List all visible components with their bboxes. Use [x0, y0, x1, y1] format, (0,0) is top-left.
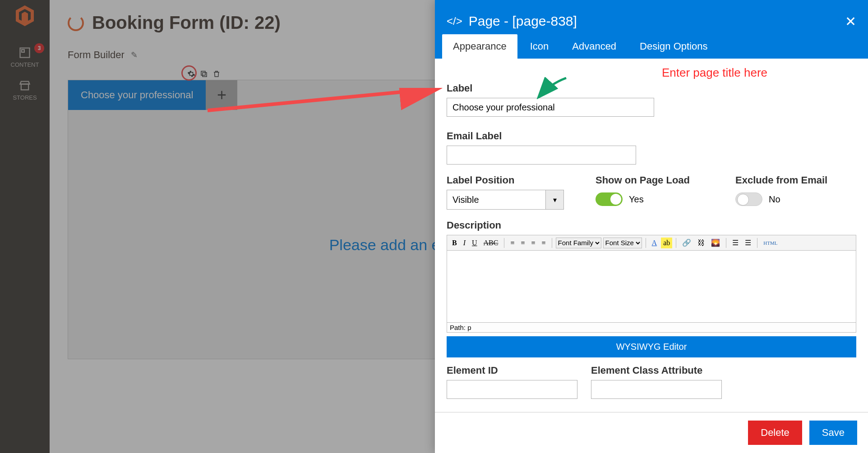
close-icon[interactable]: ✕ [845, 14, 856, 29]
label-description: Description [447, 220, 856, 231]
settings-panel: </> Page - [page-838] ✕ Appearance Icon … [435, 0, 868, 453]
tab-design-options[interactable]: Design Options [629, 34, 718, 59]
label-label: Label [447, 82, 654, 94]
tab-appearance[interactable]: Appearance [442, 34, 517, 59]
label-show-on-load: Show on Page Load [596, 174, 722, 186]
bold-icon[interactable]: B [450, 238, 459, 248]
description-editor[interactable] [447, 251, 856, 323]
label-position-value: Visible [447, 190, 546, 210]
exclude-email-value: No [769, 194, 780, 205]
unlink-icon[interactable]: ⛓ [695, 238, 707, 248]
show-on-load-value: Yes [629, 194, 644, 205]
align-center-icon[interactable]: ≡ [519, 238, 527, 248]
panel-footer: Delete Save [435, 412, 868, 453]
font-size-select[interactable]: Font Size [603, 238, 642, 248]
element-id-input[interactable] [447, 380, 577, 399]
text-color-icon[interactable]: A [650, 238, 660, 248]
panel-header: </> Page - [page-838] ✕ [435, 0, 868, 34]
panel-title: Page - [page-838] [469, 14, 577, 29]
font-family-select[interactable]: Font Family [556, 238, 601, 248]
label-input[interactable] [447, 98, 654, 117]
align-right-icon[interactable]: ≡ [529, 238, 538, 248]
show-on-load-toggle[interactable] [596, 192, 623, 206]
code-icon: </> [447, 15, 462, 27]
chevron-down-icon: ▾ [546, 190, 564, 210]
email-label-input[interactable] [447, 146, 636, 165]
label-element-class: Element Class Attribute [591, 365, 722, 376]
bullet-list-icon[interactable]: ☰ [730, 237, 741, 248]
element-class-input[interactable] [591, 380, 722, 399]
underline-icon[interactable]: U [470, 238, 480, 248]
editor-path: Path: p [447, 323, 856, 333]
align-left-icon[interactable]: ≡ [508, 238, 517, 248]
image-icon[interactable]: 🌄 [709, 237, 722, 248]
label-position-select[interactable]: Visible ▾ [447, 190, 564, 210]
label-email-label: Email Label [447, 130, 636, 142]
panel-tabs: Appearance Icon Advanced Design Options [435, 34, 868, 59]
delete-button[interactable]: Delete [748, 421, 802, 445]
highlight-icon[interactable]: ab [661, 238, 672, 248]
number-list-icon[interactable]: ☰ [743, 237, 753, 248]
annotation-red-text: Enter page title here [510, 66, 868, 80]
exclude-email-toggle[interactable] [735, 192, 762, 206]
wysiwyg-editor-button[interactable]: WYSIWYG Editor [447, 336, 856, 357]
link-icon[interactable]: 🔗 [680, 237, 693, 248]
label-label-position: Label Position [447, 174, 582, 186]
editor-toolbar: B I U ABC ≡ ≡ ≡ ≡ Font Family Font Size … [447, 235, 856, 251]
italic-icon[interactable]: I [461, 238, 468, 248]
strikethrough-icon[interactable]: ABC [481, 238, 501, 248]
label-exclude-email: Exclude from Email [735, 174, 827, 186]
panel-body: Enter page title here Label Email Label … [435, 59, 868, 412]
align-justify-icon[interactable]: ≡ [540, 238, 548, 248]
tab-icon[interactable]: Icon [519, 34, 560, 59]
html-icon[interactable]: HTML [761, 239, 780, 247]
label-element-id: Element ID [447, 365, 577, 376]
save-button[interactable]: Save [809, 421, 857, 445]
tab-advanced[interactable]: Advanced [561, 34, 627, 59]
